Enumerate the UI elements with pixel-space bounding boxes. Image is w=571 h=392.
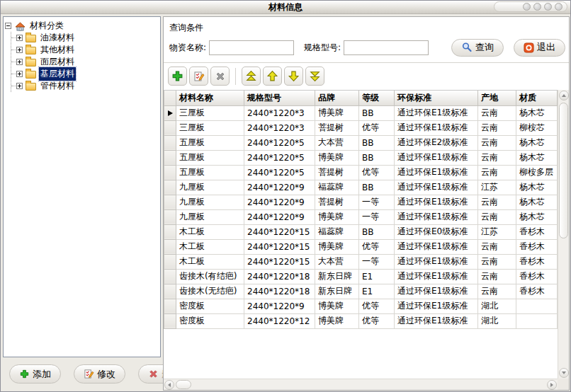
table-cell[interactable]: 2440*1220*15 [244, 254, 315, 269]
table-cell[interactable]: 杨木芯 [516, 105, 558, 120]
table-cell[interactable]: 通过环保E1级标准 [395, 299, 478, 313]
table-cell[interactable]: 密度板 [176, 299, 244, 313]
table-cell[interactable]: 香杉木 [516, 224, 558, 239]
tree-item-2[interactable]: 其他材料 [11, 44, 159, 56]
row-selector-cell[interactable] [164, 180, 176, 195]
table-cell[interactable]: 香杉木 [516, 254, 558, 269]
table-cell[interactable]: 通过环保E1级标准 [395, 165, 478, 180]
table-cell[interactable] [516, 313, 558, 328]
window-control-4[interactable] [555, 3, 562, 11]
table-cell[interactable]: 齿接木(无结疤) [176, 284, 244, 299]
add-button[interactable]: 添加 [9, 364, 61, 384]
row-selector-cell[interactable] [164, 239, 176, 254]
table-cell[interactable]: 博美牌 [315, 299, 359, 313]
table-row[interactable]: 木工板2440*1220*15博美牌优等通过环保E1级标准云南香杉木 [164, 239, 558, 254]
column-header-1[interactable]: 材料名称 [176, 91, 244, 105]
table-cell[interactable]: 博美牌 [315, 209, 359, 224]
expand-icon[interactable] [16, 59, 23, 65]
table-cell[interactable]: 杨木芯 [516, 150, 558, 165]
table-cell[interactable]: 五厘板 [176, 150, 244, 165]
scroll-left-button[interactable] [164, 380, 174, 390]
table-cell[interactable]: 福蕊牌 [315, 224, 359, 239]
table-cell[interactable]: 2440*1220*12 [244, 313, 315, 328]
table-cell[interactable]: BB [359, 150, 395, 165]
expand-icon[interactable] [16, 83, 23, 89]
table-cell[interactable]: 福蕊牌 [315, 180, 359, 195]
table-cell[interactable]: 木工板 [176, 239, 244, 254]
tree-item-5[interactable]: 管件材料 [11, 80, 159, 92]
table-cell[interactable]: 新东日牌 [315, 284, 359, 299]
table-row[interactable]: 木工板2440*1220*15福蕊牌BB通过环保E0级标准江苏香杉木 [164, 224, 558, 239]
table-cell[interactable]: 云南 [478, 165, 516, 180]
table-cell[interactable]: 优等 [359, 299, 395, 313]
row-selector-cell[interactable] [164, 284, 176, 299]
row-selector-cell[interactable] [164, 224, 176, 239]
scroll-down-button[interactable] [559, 368, 569, 378]
move-up-button[interactable] [263, 67, 282, 86]
table-row[interactable]: 九厘板2440*1220*9菩提树一等通过环保E1级标准云南杨木芯 [164, 195, 558, 209]
column-header-2[interactable]: 规格型号 [244, 91, 315, 105]
table-cell[interactable]: 通过环保E1级标准 [395, 254, 478, 269]
tree-item-3[interactable]: 面层材料 [11, 56, 159, 68]
table-cell[interactable]: 2440*1220*5 [244, 165, 315, 180]
table-row[interactable]: 五厘板2440*1220*5博美牌BB通过环保E1级标准云南杨木芯 [164, 150, 558, 165]
table-cell[interactable]: 杨木芯 [516, 135, 558, 150]
table-cell[interactable]: 九厘板 [176, 209, 244, 224]
table-cell[interactable] [516, 299, 558, 313]
collapse-icon[interactable] [5, 23, 11, 29]
table-cell[interactable]: 2440*1220*5 [244, 150, 315, 165]
expand-icon[interactable] [16, 35, 23, 41]
row-selector-cell[interactable] [164, 135, 176, 150]
table-cell[interactable]: 大本营 [315, 254, 359, 269]
table-cell[interactable]: 2440*1220*3 [244, 105, 315, 120]
table-cell[interactable]: 云南 [478, 284, 516, 299]
scroll-right-button[interactable] [547, 380, 557, 390]
table-cell[interactable]: 优等 [359, 120, 395, 135]
table-cell[interactable]: 杨木芯 [516, 209, 558, 224]
table-cell[interactable]: 2440*1220*9 [244, 209, 315, 224]
table-cell[interactable]: 杨木芯 [516, 195, 558, 209]
table-cell[interactable]: 2440*1220*3 [244, 120, 315, 135]
table-cell[interactable]: 2440*1220*15 [244, 239, 315, 254]
toolbar-edit-button[interactable] [189, 67, 208, 86]
scroll-up-button[interactable] [559, 91, 569, 100]
window-control-2[interactable] [533, 3, 541, 11]
table-cell[interactable]: 通过环保E1级标准 [395, 269, 478, 284]
table-cell[interactable]: 通过环保E1级标准 [395, 313, 478, 328]
table-cell[interactable]: 2440*1220*5 [244, 135, 315, 150]
row-selector-cell[interactable] [164, 165, 176, 180]
row-selector-cell[interactable] [164, 269, 176, 284]
table-cell[interactable]: BB [359, 135, 395, 150]
table-cell[interactable]: 云南 [478, 195, 516, 209]
window-control-3[interactable] [544, 3, 552, 11]
table-cell[interactable]: 菩提树 [315, 120, 359, 135]
table-cell[interactable]: 江苏 [478, 224, 516, 239]
material-name-input[interactable] [209, 40, 294, 55]
column-header-5[interactable]: 环保标准 [395, 91, 478, 105]
table-cell[interactable]: 齿接木(有结疤) [176, 269, 244, 284]
table-cell[interactable]: 九厘板 [176, 195, 244, 209]
vertical-scrollbar[interactable] [558, 90, 569, 379]
toolbar-delete-button[interactable] [210, 67, 230, 86]
tree-item-4[interactable]: 基层材料 [11, 68, 159, 80]
table-cell[interactable]: 一等 [359, 195, 395, 209]
table-cell[interactable]: 通过环保E1级标准 [395, 180, 478, 195]
table-row[interactable]: 三厘板2440*1220*3菩提树优等通过环保E1级标准云南柳桉芯 [164, 120, 558, 135]
table-cell[interactable]: 香杉木 [516, 239, 558, 254]
tree-item-1[interactable]: 油漆材料 [11, 32, 159, 44]
table-cell[interactable]: 云南 [478, 135, 516, 150]
table-row[interactable]: 齿接木(无结疤)2440*1220*18新东日牌E1通过环保E1级标准云南香杉木 [164, 284, 558, 299]
table-cell[interactable]: 博美牌 [315, 313, 359, 328]
table-cell[interactable]: 香杉木 [516, 284, 558, 299]
row-selector-cell[interactable] [164, 195, 176, 209]
table-cell[interactable]: 湖北 [478, 313, 516, 328]
table-cell[interactable]: 2440*1220*9 [244, 195, 315, 209]
horizontal-scroll-thumb[interactable] [176, 380, 191, 389]
column-header-4[interactable]: 等级 [359, 91, 395, 105]
table-cell[interactable]: 三厘板 [176, 120, 244, 135]
table-cell[interactable]: 云南 [478, 209, 516, 224]
table-cell[interactable]: 湖北 [478, 299, 516, 313]
table-cell[interactable]: 云南 [478, 150, 516, 165]
table-cell[interactable]: 博美牌 [315, 105, 359, 120]
table-cell[interactable]: 杨木芯 [516, 180, 558, 195]
